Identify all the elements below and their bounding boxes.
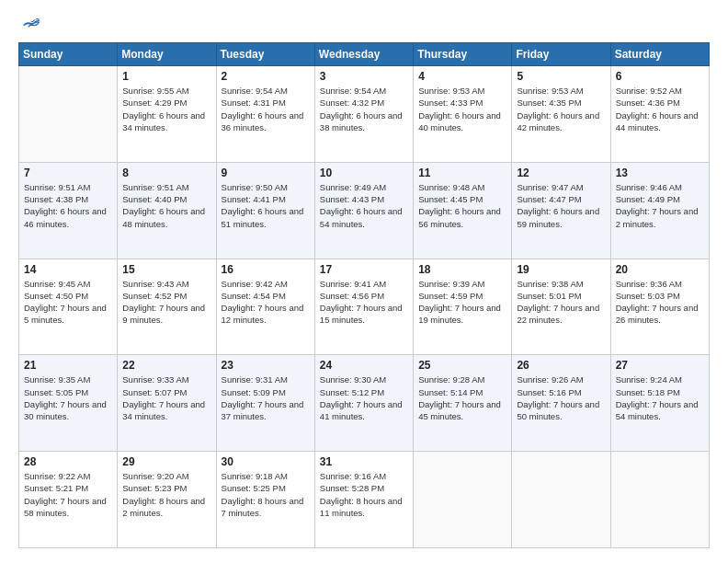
calendar-cell: 19Sunrise: 9:38 AMSunset: 5:01 PMDayligh…	[512, 259, 610, 355]
calendar-cell: 16Sunrise: 9:42 AMSunset: 4:54 PMDayligh…	[216, 259, 314, 355]
calendar-cell: 3Sunrise: 9:54 AMSunset: 4:32 PMDaylight…	[314, 66, 413, 163]
day-info: Sunrise: 9:28 AMSunset: 5:14 PMDaylight:…	[418, 373, 506, 422]
calendar-cell: 2Sunrise: 9:54 AMSunset: 4:31 PMDaylight…	[216, 66, 314, 163]
calendar-cell: 1Sunrise: 9:55 AMSunset: 4:29 PMDaylight…	[118, 66, 216, 163]
day-info: Sunrise: 9:22 AMSunset: 5:21 PMDaylight:…	[24, 470, 112, 519]
logo-bird-icon	[22, 15, 40, 33]
day-number: 14	[24, 263, 112, 276]
calendar-header-saturday: Saturday	[610, 43, 709, 66]
day-info: Sunrise: 9:50 AMSunset: 4:41 PMDaylight:…	[222, 181, 310, 230]
day-info: Sunrise: 9:16 AMSunset: 5:28 PMDaylight:…	[320, 470, 408, 519]
day-number: 27	[616, 359, 704, 372]
day-number: 23	[222, 359, 310, 372]
day-info: Sunrise: 9:54 AMSunset: 4:31 PMDaylight:…	[222, 85, 310, 133]
day-info: Sunrise: 9:54 AMSunset: 4:32 PMDaylight:…	[320, 85, 408, 133]
day-number: 10	[320, 167, 408, 179]
calendar-header-tuesday: Tuesday	[216, 43, 314, 66]
day-number: 24	[320, 359, 408, 372]
day-info: Sunrise: 9:31 AMSunset: 5:09 PMDaylight:…	[222, 373, 310, 422]
day-number: 9	[222, 167, 310, 179]
calendar-cell: 28Sunrise: 9:22 AMSunset: 5:21 PMDayligh…	[19, 452, 118, 548]
calendar-week-row: 7Sunrise: 9:51 AMSunset: 4:38 PMDaylight…	[19, 162, 710, 259]
calendar-header-friday: Friday	[512, 43, 610, 66]
day-info: Sunrise: 9:45 AMSunset: 4:50 PMDaylight:…	[24, 278, 112, 327]
calendar-header-thursday: Thursday	[414, 43, 512, 66]
calendar-cell: 15Sunrise: 9:43 AMSunset: 4:52 PMDayligh…	[118, 259, 216, 355]
day-number: 29	[122, 455, 210, 468]
calendar-cell: 4Sunrise: 9:53 AMSunset: 4:33 PMDaylight…	[414, 66, 512, 163]
day-info: Sunrise: 9:20 AMSunset: 5:23 PMDaylight:…	[122, 470, 210, 519]
day-info: Sunrise: 9:43 AMSunset: 4:52 PMDaylight:…	[122, 278, 210, 327]
day-info: Sunrise: 9:52 AMSunset: 4:36 PMDaylight:…	[616, 85, 704, 133]
calendar-cell: 25Sunrise: 9:28 AMSunset: 5:14 PMDayligh…	[414, 355, 512, 452]
day-info: Sunrise: 9:51 AMSunset: 4:38 PMDaylight:…	[24, 181, 112, 230]
day-info: Sunrise: 9:24 AMSunset: 5:18 PMDaylight:…	[616, 373, 704, 422]
day-info: Sunrise: 9:42 AMSunset: 4:54 PMDaylight:…	[222, 278, 310, 327]
calendar-table: SundayMondayTuesdayWednesdayThursdayFrid…	[18, 42, 710, 548]
calendar-cell	[19, 66, 118, 163]
day-number: 26	[517, 359, 605, 372]
day-number: 20	[616, 263, 704, 276]
calendar-cell: 6Sunrise: 9:52 AMSunset: 4:36 PMDaylight…	[610, 66, 709, 163]
day-info: Sunrise: 9:33 AMSunset: 5:07 PMDaylight:…	[122, 373, 210, 422]
calendar-cell: 23Sunrise: 9:31 AMSunset: 5:09 PMDayligh…	[216, 355, 314, 452]
day-number: 12	[517, 167, 605, 179]
day-number: 18	[418, 263, 506, 276]
day-info: Sunrise: 9:46 AMSunset: 4:49 PMDaylight:…	[616, 181, 704, 230]
day-info: Sunrise: 9:36 AMSunset: 5:03 PMDaylight:…	[616, 278, 704, 327]
day-number: 30	[222, 455, 310, 468]
calendar-cell: 27Sunrise: 9:24 AMSunset: 5:18 PMDayligh…	[610, 355, 709, 452]
day-info: Sunrise: 9:55 AMSunset: 4:29 PMDaylight:…	[122, 85, 210, 133]
calendar-cell: 22Sunrise: 9:33 AMSunset: 5:07 PMDayligh…	[118, 355, 216, 452]
calendar-cell: 24Sunrise: 9:30 AMSunset: 5:12 PMDayligh…	[314, 355, 413, 452]
day-number: 16	[222, 263, 310, 276]
day-number: 21	[24, 359, 112, 372]
day-info: Sunrise: 9:48 AMSunset: 4:45 PMDaylight:…	[418, 181, 506, 230]
calendar-cell: 10Sunrise: 9:49 AMSunset: 4:43 PMDayligh…	[314, 162, 413, 259]
day-info: Sunrise: 9:26 AMSunset: 5:16 PMDaylight:…	[517, 373, 605, 422]
day-info: Sunrise: 9:39 AMSunset: 4:59 PMDaylight:…	[418, 278, 506, 327]
calendar-cell	[610, 452, 709, 548]
calendar-header-sunday: Sunday	[19, 43, 118, 66]
calendar-week-row: 21Sunrise: 9:35 AMSunset: 5:05 PMDayligh…	[19, 355, 710, 452]
calendar-week-row: 14Sunrise: 9:45 AMSunset: 4:50 PMDayligh…	[19, 259, 710, 355]
day-number: 22	[122, 359, 210, 372]
day-number: 19	[517, 263, 605, 276]
day-number: 7	[24, 167, 112, 179]
calendar-header-row: SundayMondayTuesdayWednesdayThursdayFrid…	[19, 43, 710, 66]
calendar-cell: 12Sunrise: 9:47 AMSunset: 4:47 PMDayligh…	[512, 162, 610, 259]
day-number: 2	[222, 70, 310, 83]
calendar-cell: 11Sunrise: 9:48 AMSunset: 4:45 PMDayligh…	[414, 162, 512, 259]
calendar-cell: 9Sunrise: 9:50 AMSunset: 4:41 PMDaylight…	[216, 162, 314, 259]
calendar-cell: 13Sunrise: 9:46 AMSunset: 4:49 PMDayligh…	[610, 162, 709, 259]
day-number: 4	[418, 70, 506, 83]
day-number: 8	[122, 167, 210, 179]
calendar-cell: 30Sunrise: 9:18 AMSunset: 5:25 PMDayligh…	[216, 452, 314, 548]
day-number: 5	[517, 70, 605, 83]
logo	[18, 15, 42, 33]
day-number: 6	[616, 70, 704, 83]
day-info: Sunrise: 9:47 AMSunset: 4:47 PMDaylight:…	[517, 181, 605, 230]
day-info: Sunrise: 9:51 AMSunset: 4:40 PMDaylight:…	[122, 181, 210, 230]
day-number: 3	[320, 70, 408, 83]
day-number: 28	[24, 455, 112, 468]
calendar-cell: 5Sunrise: 9:53 AMSunset: 4:35 PMDaylight…	[512, 66, 610, 163]
day-info: Sunrise: 9:41 AMSunset: 4:56 PMDaylight:…	[320, 278, 408, 327]
day-info: Sunrise: 9:35 AMSunset: 5:05 PMDaylight:…	[24, 373, 112, 422]
day-number: 17	[320, 263, 408, 276]
calendar-cell: 18Sunrise: 9:39 AMSunset: 4:59 PMDayligh…	[414, 259, 512, 355]
calendar-header-wednesday: Wednesday	[314, 43, 413, 66]
calendar-week-row: 1Sunrise: 9:55 AMSunset: 4:29 PMDaylight…	[19, 66, 710, 163]
calendar-cell: 17Sunrise: 9:41 AMSunset: 4:56 PMDayligh…	[314, 259, 413, 355]
day-info: Sunrise: 9:53 AMSunset: 4:33 PMDaylight:…	[418, 85, 506, 133]
header	[18, 15, 710, 33]
day-info: Sunrise: 9:38 AMSunset: 5:01 PMDaylight:…	[517, 278, 605, 327]
day-number: 13	[616, 167, 704, 179]
page: SundayMondayTuesdayWednesdayThursdayFrid…	[0, 0, 728, 563]
day-number: 15	[122, 263, 210, 276]
day-info: Sunrise: 9:53 AMSunset: 4:35 PMDaylight:…	[517, 85, 605, 133]
day-number: 31	[320, 455, 408, 468]
calendar-cell	[512, 452, 610, 548]
day-info: Sunrise: 9:49 AMSunset: 4:43 PMDaylight:…	[320, 181, 408, 230]
calendar-cell: 7Sunrise: 9:51 AMSunset: 4:38 PMDaylight…	[19, 162, 118, 259]
